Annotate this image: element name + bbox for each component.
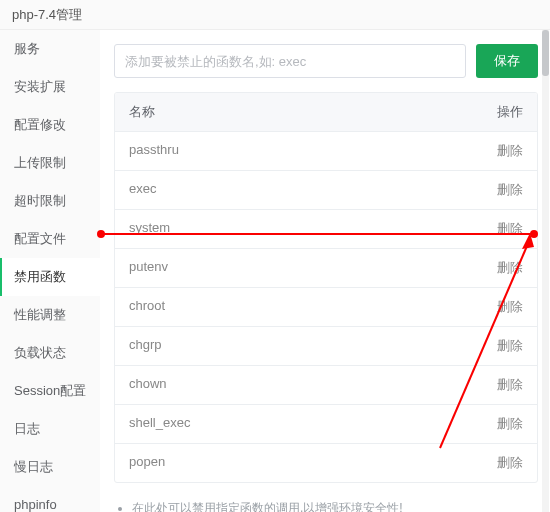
- op-cell: 删除: [473, 249, 537, 287]
- function-name-cell: system: [115, 210, 473, 248]
- delete-link[interactable]: 删除: [497, 221, 523, 236]
- sidebar-item[interactable]: 超时限制: [0, 182, 100, 220]
- sidebar-item[interactable]: 日志: [0, 410, 100, 448]
- function-name-cell: popen: [115, 444, 473, 482]
- delete-link[interactable]: 删除: [497, 260, 523, 275]
- main-panel: 保存 名称 操作 passthru删除exec删除system删除putenv删…: [100, 30, 550, 512]
- delete-link[interactable]: 删除: [497, 182, 523, 197]
- table-row: chroot删除: [115, 288, 537, 327]
- op-cell: 删除: [473, 327, 537, 365]
- delete-link[interactable]: 删除: [497, 338, 523, 353]
- op-cell: 删除: [473, 366, 537, 404]
- function-name-cell: shell_exec: [115, 405, 473, 443]
- sidebar-item[interactable]: 配置文件: [0, 220, 100, 258]
- sidebar-item[interactable]: 安装扩展: [0, 68, 100, 106]
- sidebar-item[interactable]: 慢日志: [0, 448, 100, 486]
- table-row: shell_exec删除: [115, 405, 537, 444]
- col-header-op: 操作: [473, 93, 537, 131]
- table-row: chown删除: [115, 366, 537, 405]
- op-cell: 删除: [473, 405, 537, 443]
- function-name-cell: chown: [115, 366, 473, 404]
- op-cell: 删除: [473, 171, 537, 209]
- sidebar-item[interactable]: phpinfo: [0, 486, 100, 512]
- table-row: system删除: [115, 210, 537, 249]
- op-cell: 删除: [473, 288, 537, 326]
- table-row: chgrp删除: [115, 327, 537, 366]
- table-row: putenv删除: [115, 249, 537, 288]
- function-name-cell: chgrp: [115, 327, 473, 365]
- notes: 在此处可以禁用指定函数的调用,以增强环境安全性! 强烈建议禁用如exec,sys…: [114, 497, 538, 512]
- sidebar: 服务安装扩展配置修改上传限制超时限制配置文件禁用函数性能调整负载状态Sessio…: [0, 30, 100, 512]
- sidebar-item[interactable]: Session配置: [0, 372, 100, 410]
- table-row: passthru删除: [115, 132, 537, 171]
- window-title: php-7.4管理: [0, 0, 550, 30]
- delete-link[interactable]: 删除: [497, 416, 523, 431]
- sidebar-item[interactable]: 性能调整: [0, 296, 100, 334]
- sidebar-item[interactable]: 禁用函数: [0, 258, 100, 296]
- function-name-cell: exec: [115, 171, 473, 209]
- op-cell: 删除: [473, 210, 537, 248]
- save-button[interactable]: 保存: [476, 44, 538, 78]
- function-name-cell: chroot: [115, 288, 473, 326]
- delete-link[interactable]: 删除: [497, 455, 523, 470]
- table-row: exec删除: [115, 171, 537, 210]
- delete-link[interactable]: 删除: [497, 299, 523, 314]
- note-line: 在此处可以禁用指定函数的调用,以增强环境安全性!: [132, 497, 538, 512]
- scrollbar-thumb[interactable]: [542, 30, 549, 76]
- sidebar-item[interactable]: 配置修改: [0, 106, 100, 144]
- sidebar-item[interactable]: 负载状态: [0, 334, 100, 372]
- op-cell: 删除: [473, 132, 537, 170]
- table-header: 名称 操作: [115, 93, 537, 132]
- scrollbar-track[interactable]: [542, 30, 549, 512]
- delete-link[interactable]: 删除: [497, 377, 523, 392]
- disabled-functions-table: 名称 操作 passthru删除exec删除system删除putenv删除ch…: [114, 92, 538, 483]
- sidebar-item[interactable]: 服务: [0, 30, 100, 68]
- delete-link[interactable]: 删除: [497, 143, 523, 158]
- function-name-cell: putenv: [115, 249, 473, 287]
- function-name-input[interactable]: [114, 44, 466, 78]
- sidebar-item[interactable]: 上传限制: [0, 144, 100, 182]
- function-name-cell: passthru: [115, 132, 473, 170]
- table-row: popen删除: [115, 444, 537, 482]
- col-header-name: 名称: [115, 93, 473, 131]
- op-cell: 删除: [473, 444, 537, 482]
